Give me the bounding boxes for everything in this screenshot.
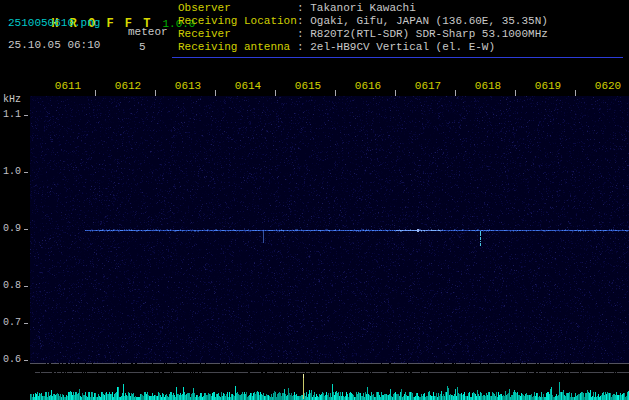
info-value: : Takanori Kawachi [297, 2, 416, 15]
time-tick-label: 0620 [595, 80, 621, 92]
freq-tick-mark [24, 323, 28, 324]
freq-tick-label: 0.9 [0, 223, 21, 234]
freq-tick-label: 0.7 [0, 317, 21, 328]
info-value: : R820T2(RTL-SDR) SDR-Sharp 53.1000MHz [297, 28, 548, 41]
info-label: Receiving Location [178, 15, 297, 28]
count-value: 5 [139, 41, 146, 53]
info-underline [172, 57, 623, 58]
info-label: Receiver [178, 28, 297, 41]
observer-info: Observer: Takanori KawachiReceiving Loca… [178, 2, 548, 54]
info-value: : Ogaki, Gifu, JAPAN (136.60E, 35.35N) [297, 15, 548, 28]
freq-tick-mark [24, 172, 28, 173]
freq-tick-mark [24, 360, 28, 361]
spectrogram-canvas [30, 96, 629, 400]
freq-tick-mark [24, 229, 28, 230]
time-tick-label: 0612 [115, 80, 141, 92]
info-label: Receiving antenna [178, 41, 297, 54]
info-row: Receiving antenna: 2el-HB9CV Vertical (e… [178, 41, 548, 54]
time-tick-label: 0613 [175, 80, 201, 92]
time-tick-label: 0619 [535, 80, 561, 92]
freq-tick-label: 1.1 [0, 109, 21, 120]
time-tick-label: 0618 [475, 80, 501, 92]
hrofft-window: H R O F F T1.0.0 2510050610.png meteor 2… [0, 0, 629, 400]
time-tick-label: 0611 [55, 80, 81, 92]
time-tick-label: 0617 [415, 80, 441, 92]
freq-tick-mark [24, 115, 28, 116]
freq-tick-label: 1.0 [0, 166, 21, 177]
time-tick-label: 0615 [295, 80, 321, 92]
freq-tick-mark [24, 286, 28, 287]
time-tick-label: 0614 [235, 80, 261, 92]
info-label: Observer [178, 2, 297, 15]
output-file-name: 2510050610.png [8, 17, 100, 29]
freq-unit-label: kHz [3, 94, 21, 105]
freq-tick-label: 0.6 [0, 354, 21, 365]
time-tick-label: 0616 [355, 80, 381, 92]
info-row: Receiving Location: Ogaki, Gifu, JAPAN (… [178, 15, 548, 28]
info-row: Observer: Takanori Kawachi [178, 2, 548, 15]
freq-tick-label: 0.8 [0, 280, 21, 291]
info-value: : 2el-HB9CV Vertical (el. E-W) [297, 41, 495, 54]
observation-timestamp: 25.10.05 06:10 [8, 39, 100, 51]
info-row: Receiver: R820T2(RTL-SDR) SDR-Sharp 53.1… [178, 28, 548, 41]
mode-label: meteor [128, 26, 168, 38]
